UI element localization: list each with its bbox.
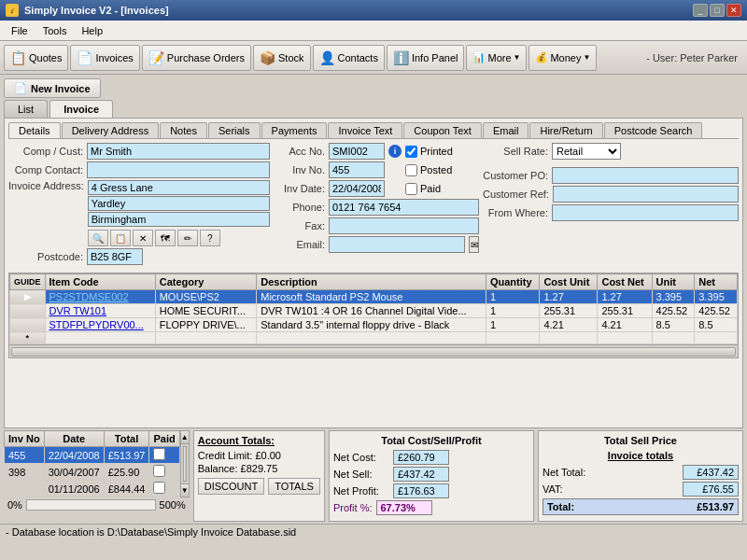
scroll-thumb[interactable] (11, 347, 736, 357)
new-invoice-button[interactable]: 📄 New Invoice (4, 78, 101, 98)
email-action-button[interactable]: ✉ (469, 236, 479, 253)
sell-rate-select[interactable]: Retail Wholesale (552, 143, 621, 160)
new-row-item-code[interactable] (45, 332, 155, 344)
discount-button[interactable]: DISCOUNT (198, 478, 264, 495)
addr-edit-button[interactable]: ✏ (177, 230, 198, 246)
row-item-code[interactable]: DVR TW101 (45, 304, 155, 318)
inv-col-invno: Inv No (5, 431, 45, 447)
more-dropdown[interactable]: 📊 More ▼ (466, 45, 527, 71)
close-button[interactable]: ✕ (726, 4, 741, 17)
addr-copy-button[interactable]: 📋 (110, 230, 131, 246)
tab-list[interactable]: List (4, 100, 48, 118)
addr-clear-button[interactable]: ✕ (133, 230, 153, 246)
paid-checkbox[interactable] (405, 183, 417, 195)
postcode-input[interactable] (87, 248, 143, 265)
totals-button[interactable]: TOTALS (268, 478, 320, 495)
customer-ref-input[interactable] (553, 186, 739, 203)
acc-no-input[interactable] (329, 143, 385, 160)
contacts-button[interactable]: 👤 Contacts (313, 45, 385, 71)
addr-help-button[interactable]: ? (200, 230, 220, 246)
row-net: 425.52 (695, 304, 738, 318)
printed-checkbox[interactable] (405, 146, 417, 158)
inv-paid-checkbox[interactable] (153, 465, 165, 477)
table-row[interactable]: DVR TW101 HOME SECURIT... DVR TW101 :4 O… (10, 304, 738, 318)
row-category: FLOPPY DRIVE\... (155, 318, 257, 332)
posted-checkbox[interactable] (405, 164, 417, 176)
addr-map-button[interactable]: 🗺 (155, 230, 176, 246)
customer-po-input[interactable] (552, 167, 739, 184)
paid-checkbox-row: Paid (405, 183, 441, 195)
inv-paid-cell (149, 481, 179, 497)
purchase-orders-button[interactable]: 📝 Purchase Orders (142, 45, 251, 71)
inv-paid-cell (149, 447, 179, 464)
row-item-code[interactable]: PS2STDMSE002 (45, 290, 155, 304)
list-item[interactable]: 01/11/2006 £844.44 (5, 481, 180, 497)
fax-input[interactable] (329, 217, 479, 234)
form-section: Comp / Cust: Comp Contact: Invoice Addre… (8, 143, 739, 267)
address-line2-input[interactable] (88, 196, 270, 211)
list-item[interactable]: 398 30/04/2007 £25.90 (5, 464, 180, 481)
table-row[interactable]: ▶ PS2STDMSE002 MOUSE\PS2 Microsoft Stand… (10, 290, 738, 304)
quotes-button[interactable]: 📋 Quotes (4, 45, 68, 71)
inv-no-input[interactable] (329, 161, 385, 178)
minimize-button[interactable]: _ (693, 4, 708, 17)
menu-tools[interactable]: Tools (35, 23, 75, 38)
tab-email[interactable]: Email (483, 122, 529, 138)
inv-date-input[interactable] (329, 180, 385, 197)
list-item[interactable]: 455 22/04/2008 £513.97 (5, 447, 180, 464)
contacts-label: Contacts (338, 52, 378, 63)
table-row[interactable]: STDFPLPYDRV00... FLOPPY DRIVE\... Standa… (10, 318, 738, 332)
phone-input[interactable] (329, 199, 479, 216)
horizontal-scrollbar[interactable] (9, 344, 738, 357)
invoices-label: Invoices (95, 52, 133, 63)
tab-invoice[interactable]: Invoice (49, 100, 113, 118)
tab-postcode-search[interactable]: Postcode Search (604, 122, 703, 138)
tab-invoice-text[interactable]: Invoice Text (328, 122, 402, 138)
acc-info-icon[interactable]: i (388, 145, 402, 158)
inv-paid-checkbox[interactable] (153, 448, 165, 460)
col-category: Category (155, 274, 257, 290)
items-table-container: GUIDE Item Code Category Description Qua… (8, 273, 739, 358)
email-input[interactable] (329, 236, 465, 253)
from-where-input[interactable] (552, 204, 739, 221)
comp-cust-input[interactable] (87, 143, 270, 160)
menu-file[interactable]: File (4, 23, 35, 38)
new-invoice-label: New Invoice (31, 83, 91, 94)
tab-hire-return[interactable]: Hire/Return (529, 122, 602, 138)
table-new-row[interactable]: * (10, 332, 738, 344)
tab-payments[interactable]: Payments (261, 122, 328, 138)
maximize-button[interactable]: □ (710, 4, 725, 17)
tab-serials[interactable]: Serials (208, 122, 261, 138)
table-scroll[interactable]: GUIDE Item Code Category Description Qua… (9, 273, 738, 344)
address-line1-input[interactable] (88, 180, 270, 195)
new-invoice-icon: 📄 (14, 82, 27, 94)
tab-notes[interactable]: Notes (160, 122, 207, 138)
address-buttons: 🔍 📋 ✕ 🗺 ✏ ? (88, 230, 270, 246)
net-cost-label: Net Cost: (333, 452, 389, 463)
addr-search-button[interactable]: 🔍 (88, 230, 108, 246)
inv-paid-checkbox[interactable] (153, 482, 165, 494)
row-item-code[interactable]: STDFPLPYDRV00... (45, 318, 155, 332)
list-scrollbar[interactable]: ▲ ▼ (180, 430, 190, 497)
money-dropdown[interactable]: 💰 Money ▼ (529, 45, 597, 71)
row-quantity: 1 (486, 290, 539, 304)
customer-po-label: Customer PO: (483, 170, 548, 181)
inv-col-date: Date (44, 431, 104, 447)
inv-date-cell: 22/04/2008 (44, 447, 104, 464)
menu-help[interactable]: Help (74, 23, 110, 38)
stock-button[interactable]: 📦 Stock (253, 45, 311, 71)
scroll-thumb-vertical[interactable] (183, 446, 187, 482)
tab-delivery-address[interactable]: Delivery Address (62, 122, 160, 138)
comp-contact-input[interactable] (87, 161, 270, 178)
row-cost-net: 255.31 (598, 304, 652, 318)
tab-coupon-text[interactable]: Coupon Text (403, 122, 482, 138)
scroll-down-button[interactable]: ▼ (181, 483, 189, 497)
tab-details[interactable]: Details (8, 122, 61, 138)
address-line3-input[interactable] (88, 212, 270, 227)
invoices-button[interactable]: 📄 Invoices (70, 45, 139, 71)
main-panel: Details Delivery Address Notes Serials P… (4, 118, 743, 428)
scroll-up-button[interactable]: ▲ (181, 431, 189, 444)
customer-ref-label: Customer Ref: (483, 189, 549, 200)
paid-label: Paid (420, 183, 441, 194)
info-panel-button[interactable]: ℹ️ Info Panel (387, 45, 465, 71)
